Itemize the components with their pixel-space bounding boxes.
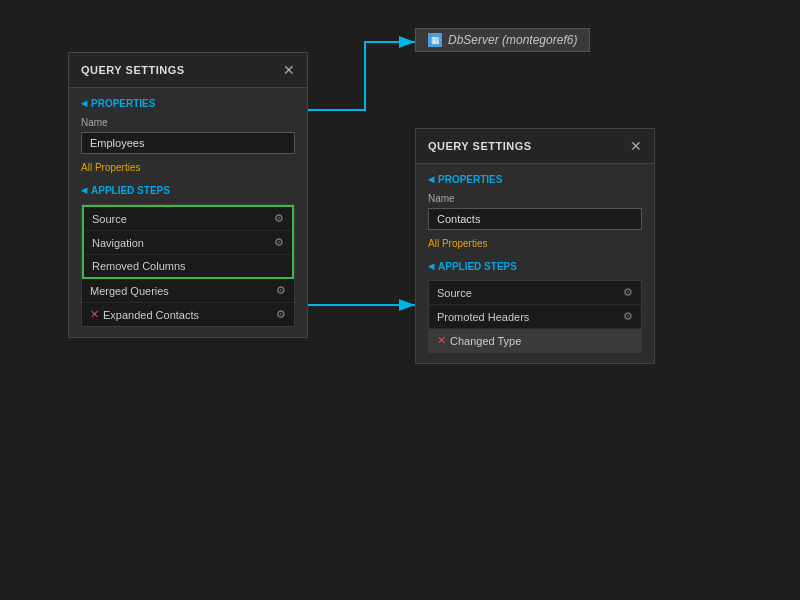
left-applied-steps: APPLIED STEPS Source ⚙ Navigation ⚙ Remo… xyxy=(81,185,295,327)
changed-type-error-icon: ✕ xyxy=(437,334,446,347)
right-panel-header: QUERY SETTINGS ✕ xyxy=(416,129,654,164)
left-name-label: Name xyxy=(81,117,295,128)
step-removed-columns[interactable]: Removed Columns xyxy=(84,255,292,277)
step-right-source-gear[interactable]: ⚙ xyxy=(623,286,633,299)
step-source[interactable]: Source ⚙ xyxy=(84,207,292,231)
step-merged-gear[interactable]: ⚙ xyxy=(276,284,286,297)
left-name-input[interactable] xyxy=(81,132,295,154)
step-right-source[interactable]: Source ⚙ xyxy=(429,281,641,305)
step-promoted-headers[interactable]: Promoted Headers ⚙ xyxy=(429,305,641,329)
left-panel-title: QUERY SETTINGS xyxy=(81,64,185,76)
arrow-to-db-badge xyxy=(308,42,415,110)
right-panel-body: PROPERTIES Name All Properties APPLIED S… xyxy=(416,164,654,363)
step-navigation-gear[interactable]: ⚙ xyxy=(274,236,284,249)
db-server-label: DbServer (montegoref6) xyxy=(448,33,577,47)
db-server-badge: ▦ DbServer (montegoref6) xyxy=(415,28,590,52)
right-query-panel: QUERY SETTINGS ✕ PROPERTIES Name All Pro… xyxy=(415,128,655,364)
left-steps-header: APPLIED STEPS xyxy=(81,185,295,196)
right-steps-container: Source ⚙ Promoted Headers ⚙ ✕ Changed Ty… xyxy=(428,280,642,353)
highlighted-steps-group: Source ⚙ Navigation ⚙ Removed Columns xyxy=(82,205,294,279)
right-panel-title: QUERY SETTINGS xyxy=(428,140,532,152)
step-expanded-contacts[interactable]: ✕ Expanded Contacts ⚙ xyxy=(82,303,294,326)
left-panel-header: QUERY SETTINGS ✕ xyxy=(69,53,307,88)
expanded-contacts-error-icon: ✕ xyxy=(90,308,99,321)
step-merged-queries[interactable]: Merged Queries ⚙ xyxy=(82,279,294,303)
left-query-panel: QUERY SETTINGS ✕ PROPERTIES Name All Pro… xyxy=(68,52,308,338)
step-navigation[interactable]: Navigation ⚙ xyxy=(84,231,292,255)
right-steps-header: APPLIED STEPS xyxy=(428,261,642,272)
right-name-input[interactable] xyxy=(428,208,642,230)
step-promoted-headers-gear[interactable]: ⚙ xyxy=(623,310,633,323)
left-steps-container: Source ⚙ Navigation ⚙ Removed Columns Me… xyxy=(81,204,295,327)
step-source-gear[interactable]: ⚙ xyxy=(274,212,284,225)
right-name-label: Name xyxy=(428,193,642,204)
left-all-properties-link[interactable]: All Properties xyxy=(81,162,295,173)
step-changed-type[interactable]: ✕ Changed Type xyxy=(429,329,641,352)
db-icon: ▦ xyxy=(428,33,442,47)
left-panel-close[interactable]: ✕ xyxy=(283,63,295,77)
left-panel-body: PROPERTIES Name All Properties APPLIED S… xyxy=(69,88,307,337)
left-properties-header: PROPERTIES xyxy=(81,98,295,109)
step-expanded-contacts-gear[interactable]: ⚙ xyxy=(276,308,286,321)
right-panel-close[interactable]: ✕ xyxy=(630,139,642,153)
right-all-properties-link[interactable]: All Properties xyxy=(428,238,642,249)
right-properties-header: PROPERTIES xyxy=(428,174,642,185)
right-applied-steps: APPLIED STEPS Source ⚙ Promoted Headers … xyxy=(428,261,642,353)
